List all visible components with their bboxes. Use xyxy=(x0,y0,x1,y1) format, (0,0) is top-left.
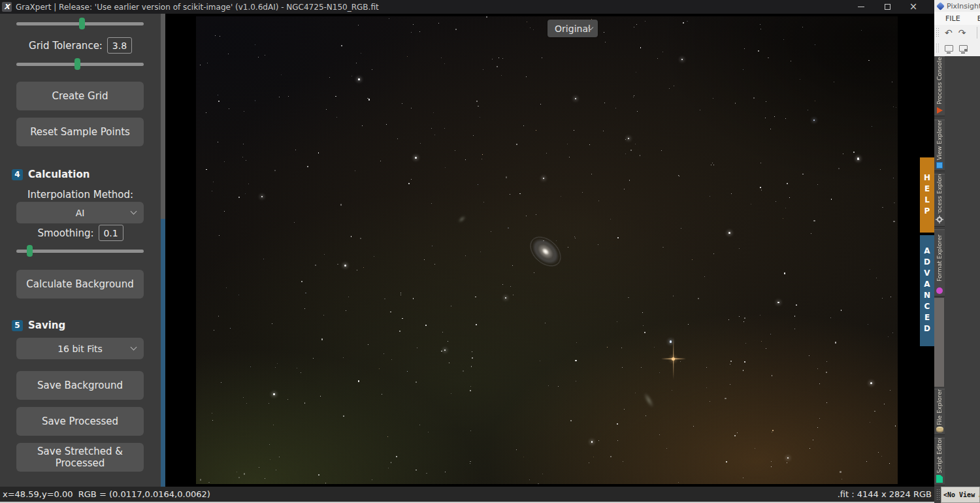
format-explorer-icon xyxy=(936,287,943,294)
grid-tolerance-slider[interactable] xyxy=(16,58,144,70)
smoothing-slider[interactable] xyxy=(16,245,144,257)
save-processed-button[interactable]: Save Processed xyxy=(16,407,144,436)
script-editor-icon xyxy=(936,475,943,483)
interpolation-label: Interpolation Method: xyxy=(0,189,161,201)
pixinsight-window-edge: PixInsight FILE ED ↶ ↷ Process Console xyxy=(934,0,980,503)
grid-tolerance-label: Grid Tolerance: xyxy=(29,40,103,52)
interpolation-method-dropdown[interactable]: AI xyxy=(16,202,144,223)
redo-icon[interactable]: ↷ xyxy=(958,28,966,37)
toolbar-separator xyxy=(977,27,977,39)
dock-tab-view-explorer[interactable]: View Explorer xyxy=(934,120,945,171)
dock-tab-script-editor[interactable]: Script Editor xyxy=(934,438,945,485)
smoothing-input[interactable] xyxy=(99,225,123,241)
pixinsight-dock-strip: Process Console View Explorer Process Ex… xyxy=(934,56,980,487)
maximize-icon[interactable] xyxy=(874,0,900,14)
pixinsight-title: PixInsight xyxy=(947,2,980,10)
pixinsight-view-selector: <No View A xyxy=(934,487,980,503)
calculate-background-button[interactable]: Calculate Background xyxy=(16,270,144,299)
dock-tab-process-console[interactable]: Process Console xyxy=(934,56,945,116)
calculation-header: 4 Calculation xyxy=(12,169,90,180)
smoothing-row: Smoothing: xyxy=(0,225,161,241)
step-5-badge: 5 xyxy=(12,320,23,331)
main-spiral-galaxy xyxy=(522,229,568,274)
faint-galaxy xyxy=(457,215,466,224)
view-selector-value: Original xyxy=(555,24,591,34)
dock-tab-format-explorer[interactable]: Format Explorer xyxy=(934,229,945,297)
image-info-readout: .fit : 4144 x 2824 RGB xyxy=(838,489,932,499)
file-format-dropdown[interactable]: 16 bit Fits xyxy=(16,338,144,359)
pixinsight-logo-icon xyxy=(936,2,945,10)
sidebar-scrollbar-track[interactable] xyxy=(161,14,165,219)
drag-handle-icon[interactable] xyxy=(936,489,939,500)
create-grid-button[interactable]: Create Grid xyxy=(16,82,144,110)
pixinsight-titlebar: PixInsight xyxy=(934,0,980,12)
help-panel-button[interactable]: HELP xyxy=(920,157,934,233)
app-root: X GraXpert | Release: 'Use earlier versi… xyxy=(0,0,980,503)
graxpert-logo-icon: X xyxy=(2,2,12,12)
step-4-badge: 4 xyxy=(12,169,23,180)
process-explorer-icon xyxy=(937,217,942,222)
dock-tab-file-explorer[interactable]: File Explorer xyxy=(934,389,945,435)
menu-edit[interactable]: ED xyxy=(977,14,980,23)
toolbar-drag-handle-icon[interactable] xyxy=(936,27,939,38)
grid-tolerance-input[interactable] xyxy=(107,37,132,54)
close-icon[interactable]: × xyxy=(900,0,926,14)
no-view-combo[interactable]: <No View A xyxy=(941,487,980,503)
edge-on-galaxy xyxy=(642,391,655,409)
top-slider[interactable] xyxy=(16,18,144,29)
dock-scrollbar-thumb[interactable] xyxy=(934,298,944,387)
statusbar: x=48.59,y=0.00 RGB = (0.0117,0.0164,0.00… xyxy=(0,487,934,502)
view-selector-dropdown[interactable]: Original xyxy=(547,20,598,37)
sidebar: Grid Tolerance: Create Grid Reset Sample… xyxy=(0,14,161,487)
chevron-down-icon xyxy=(131,344,137,351)
advanced-panel-button[interactable]: ADVANCED xyxy=(920,235,934,346)
astro-photo[interactable] xyxy=(196,16,898,484)
monitor-badge-icon[interactable] xyxy=(959,45,968,52)
interpolation-value: AI xyxy=(76,208,85,218)
smoothing-label: Smoothing: xyxy=(37,227,93,239)
pixinsight-menubar: FILE ED xyxy=(934,12,980,25)
menu-file[interactable]: FILE xyxy=(945,14,960,23)
pixinsight-toolbar: ↶ ↷ xyxy=(934,25,980,56)
dock-tab-process-explorer[interactable]: Process Explorer xyxy=(934,174,945,227)
reset-sample-points-button[interactable]: Reset Sample Points xyxy=(16,118,144,146)
process-console-icon xyxy=(937,107,943,114)
view-explorer-icon xyxy=(936,162,943,169)
window-controls: × xyxy=(848,0,926,14)
titlebar: X GraXpert | Release: 'Use earlier versi… xyxy=(0,0,934,14)
file-explorer-icon xyxy=(936,427,943,432)
saving-header: 5 Saving xyxy=(12,319,65,331)
calculation-title: Calculation xyxy=(28,169,90,180)
cursor-coordinates-readout: x=48.59,y=0.00 RGB = (0.0117,0.0164,0.00… xyxy=(3,489,210,499)
toolbar-drag-handle-icon[interactable] xyxy=(936,43,939,54)
sidebar-scrollbar-thumb[interactable] xyxy=(161,219,165,487)
monitor-icon[interactable] xyxy=(945,45,953,52)
grid-tolerance-row: Grid Tolerance: xyxy=(0,37,161,54)
save-stretched-processed-button[interactable]: Save Stretched & Processed xyxy=(16,443,144,472)
file-format-value: 16 bit Fits xyxy=(57,344,103,354)
minimize-icon[interactable] xyxy=(848,0,874,14)
undo-icon[interactable]: ↶ xyxy=(945,28,953,37)
saving-title: Saving xyxy=(28,319,65,331)
image-canvas: Original xyxy=(165,14,934,487)
save-background-button[interactable]: Save Background xyxy=(16,371,144,400)
window-title: GraXpert | Release: 'Use earlier version… xyxy=(16,3,379,12)
chevron-down-icon xyxy=(131,208,137,215)
